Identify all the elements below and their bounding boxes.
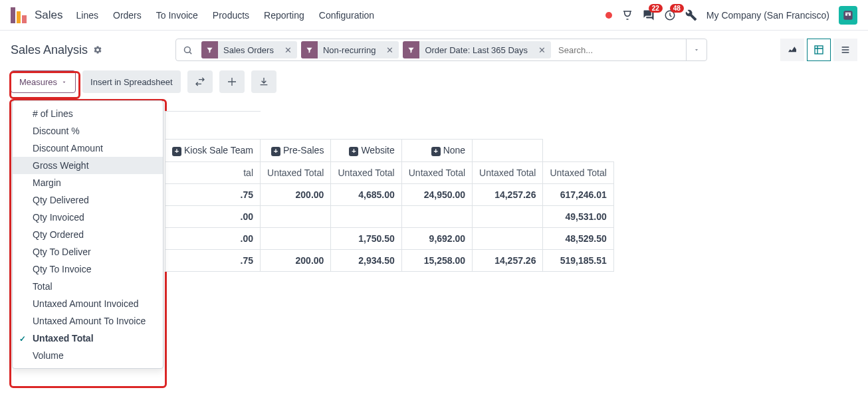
chip-label[interactable]: Non-recurring	[318, 45, 381, 55]
insert-label: Insert in Spreadsheet	[90, 77, 173, 87]
search-input[interactable]	[553, 45, 686, 55]
filter-icon	[403, 41, 419, 58]
insert-spreadsheet-button[interactable]: Insert in Spreadsheet	[82, 70, 181, 93]
search-icon[interactable]	[176, 45, 199, 55]
svg-rect-1	[843, 11, 852, 19]
view-graph-button[interactable]	[780, 39, 804, 61]
svg-point-5	[185, 47, 191, 52]
nav-link-to-invoice[interactable]: To Invoice	[156, 10, 198, 21]
svg-rect-6	[815, 46, 823, 54]
control-panel: Sales Analysis Sales Orders ✕ Non-recurr…	[0, 31, 868, 68]
nav-link-lines[interactable]: Lines	[76, 10, 98, 21]
activities-badge: 48	[670, 4, 684, 13]
app-logo[interactable]	[11, 7, 27, 23]
user-avatar[interactable]	[839, 6, 857, 25]
page-title: Sales Analysis	[11, 43, 102, 57]
company-selector[interactable]: My Company (San Francisco)	[706, 10, 829, 21]
chip-label[interactable]: Order Date: Last 365 Days	[419, 45, 533, 55]
filter-chip: Non-recurring ✕	[301, 41, 399, 58]
nav-link-orders[interactable]: Orders	[113, 10, 142, 21]
filter-icon	[201, 41, 218, 58]
chip-remove[interactable]: ✕	[279, 45, 297, 55]
caret-down-icon	[61, 79, 67, 85]
phone-icon[interactable]	[621, 9, 633, 21]
pivot-toolbar: Measures Insert in Spreadsheet	[0, 68, 868, 100]
svg-point-2	[845, 13, 847, 15]
filter-chip: Order Date: Last 365 Days ✕	[403, 41, 551, 58]
view-pivot-button[interactable]	[807, 39, 831, 61]
nav-link-reporting[interactable]: Reporting	[264, 10, 304, 21]
filter-icon	[301, 41, 318, 58]
measures-label: Measures	[19, 77, 57, 87]
nav-link-configuration[interactable]: Configuration	[319, 10, 374, 21]
nav-link-products[interactable]: Products	[213, 10, 249, 21]
gear-icon[interactable]	[93, 45, 102, 54]
view-switcher	[780, 39, 857, 61]
activities-icon[interactable]: 48	[664, 9, 676, 21]
page-title-text: Sales Analysis	[11, 43, 88, 57]
search-options-caret[interactable]	[686, 39, 706, 60]
top-nav: Sales Lines Orders To Invoice Products R…	[0, 0, 868, 31]
chip-remove[interactable]: ✕	[533, 45, 551, 55]
expand-all-button[interactable]	[219, 70, 245, 93]
nav-links: Lines Orders To Invoice Products Reporti…	[76, 10, 375, 21]
download-button[interactable]	[251, 70, 276, 93]
status-dot[interactable]	[605, 12, 612, 19]
flip-axis-button[interactable]	[187, 70, 213, 93]
tools-icon[interactable]	[685, 9, 697, 21]
messages-icon[interactable]: 22	[643, 9, 655, 21]
search-bar: Sales Orders ✕ Non-recurring ✕ Order Dat…	[175, 39, 707, 61]
chip-remove[interactable]: ✕	[381, 45, 399, 55]
svg-point-3	[849, 13, 851, 15]
filter-chip: Sales Orders ✕	[201, 41, 297, 58]
view-list-button[interactable]	[833, 39, 857, 61]
chip-label[interactable]: Sales Orders	[218, 45, 279, 55]
app-brand[interactable]: Sales	[35, 9, 63, 22]
svg-rect-4	[845, 12, 851, 13]
measures-button[interactable]: Measures	[11, 70, 76, 93]
messages-badge: 22	[649, 4, 663, 13]
